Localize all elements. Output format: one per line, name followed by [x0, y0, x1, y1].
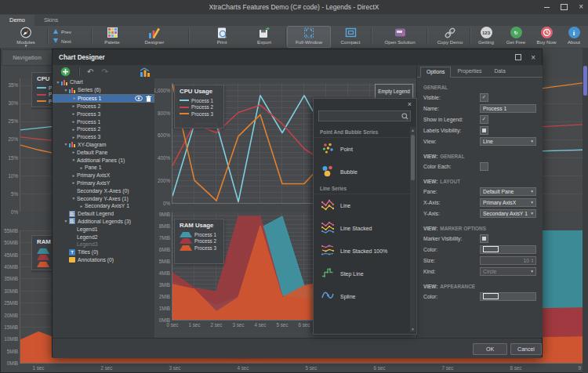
tree-item[interactable]: ▸Secondary AxisY 1 [53, 202, 154, 210]
tree-item[interactable]: ▾Additional Legends (3) [53, 218, 154, 226]
series-type-item[interactable]: Line Stacked 100% [314, 240, 412, 263]
tree-item[interactable]: ▸Process 1 [53, 118, 154, 125]
chevron-right-icon[interactable]: ▸ [71, 96, 78, 100]
tree-item[interactable]: ▸Process 3 [53, 133, 154, 141]
tree-item[interactable]: ▾Additional Panes (1) [53, 156, 154, 164]
tree-item[interactable]: ▸Process 2 [53, 103, 154, 110]
undo-button[interactable]: ↶ [87, 68, 93, 76]
color-picker[interactable] [480, 292, 536, 301]
dropdown[interactable]: Default Pane▾ [480, 187, 536, 196]
chevron-right-icon[interactable]: ▸ [71, 111, 77, 116]
text-input[interactable]: Process 1 [480, 104, 536, 113]
chevron-right-icon[interactable]: ▸ [71, 150, 77, 154]
chevron-right-icon[interactable]: ▸ [71, 173, 77, 178]
about-button[interactable]: i About [561, 27, 586, 47]
tree-item[interactable]: ▸Process 2 [53, 125, 154, 133]
get-free-button[interactable]: ↻ Get Free [501, 27, 531, 47]
chevron-right-icon[interactable]: ▸ [71, 135, 77, 139]
series-type-item[interactable]: Line Stacked [314, 217, 412, 240]
checkbox[interactable] [480, 234, 488, 243]
visibility-eye-icon[interactable] [135, 96, 143, 101]
palette-button[interactable]: Palette [94, 27, 130, 47]
close-icon[interactable]: × [579, 3, 583, 11]
series-type-item[interactable]: Spline [314, 285, 412, 308]
add-item-button[interactable] [60, 67, 71, 77]
chevron-right-icon[interactable]: ▸ [71, 119, 77, 124]
tree-item[interactable]: ▸Primary AxisY [53, 179, 154, 187]
chevron-down-icon[interactable]: ▾ [63, 142, 69, 147]
dialog-titlebar[interactable]: Chart Designer × [53, 49, 542, 65]
tree-item[interactable]: ▾Secondary Y-Axes (1) [53, 194, 154, 202]
minimize-icon[interactable] [544, 7, 550, 8]
scroll-down-icon[interactable]: ▼ [410, 327, 416, 331]
prev-button[interactable]: Prev [50, 27, 89, 35]
open-solution-button[interactable]: Open Solution [375, 27, 425, 47]
tree-item[interactable]: ▸Pane 1 [53, 164, 154, 172]
chevron-down-icon[interactable]: ▾ [71, 196, 77, 201]
next-button[interactable]: Next [50, 37, 89, 45]
chevron-right-icon[interactable]: ▸ [78, 204, 85, 208]
popup-scrollbar[interactable]: ▲ ▼ [410, 127, 416, 332]
series-type-item[interactable]: Bubble [314, 161, 412, 183]
page-scrollbar[interactable] [583, 48, 588, 373]
full-window-button[interactable]: Full-Window [287, 26, 331, 48]
tab-demo[interactable]: Demo [0, 15, 34, 26]
ok-button[interactable]: OK [473, 343, 507, 355]
tree-item[interactable]: ▸Default Pane [53, 148, 154, 156]
redo-button[interactable]: ↷ [101, 68, 107, 76]
dropdown[interactable]: Line▾ [480, 137, 536, 146]
tree-item[interactable]: Default Legend [53, 210, 154, 218]
popup-close-icon[interactable]: × [408, 100, 412, 108]
dropdown[interactable]: Primary AxisX▾ [480, 198, 536, 207]
modules-button[interactable]: Modules ▾ [6, 27, 45, 47]
page-scrollbar-thumb[interactable] [583, 66, 587, 96]
chevron-down-icon[interactable]: ▾ [55, 80, 61, 85]
series-type-item[interactable]: Step Line [314, 263, 412, 285]
series-type-item[interactable]: Line [314, 194, 412, 217]
tree-item[interactable]: ▸Process 1 [53, 94, 154, 103]
chevron-down-icon[interactable]: ▾ [63, 219, 69, 223]
tree-item[interactable]: Legend1 [53, 225, 154, 233]
chevron-right-icon[interactable]: ▸ [71, 180, 77, 185]
checkbox[interactable]: ✓ [480, 93, 488, 102]
color-picker[interactable] [480, 245, 536, 254]
tree-item[interactable]: Legend3 [53, 241, 154, 248]
tree-item[interactable]: ▸Primary AxisX [53, 172, 154, 179]
tree-item[interactable]: ▾Chart [53, 78, 154, 86]
search-input[interactable] [319, 114, 401, 119]
tab-skins[interactable]: Skins [34, 15, 67, 26]
tree-item[interactable]: Legend2 [53, 233, 154, 241]
chevron-right-icon[interactable]: ▸ [78, 165, 85, 170]
tab-properties[interactable]: Properties [451, 66, 488, 77]
tree-item[interactable]: TTitles (0) [53, 248, 154, 256]
maximize-icon[interactable] [561, 4, 568, 10]
export-button[interactable]: Export [245, 27, 284, 47]
navigation-panel-header[interactable]: Navigation [2, 49, 53, 66]
tab-options[interactable]: Options [420, 67, 451, 78]
tab-data[interactable]: Data [488, 66, 511, 77]
copy-demo-button[interactable]: Copy Demo [428, 27, 472, 47]
tree-item[interactable]: ▸Process 3 [53, 110, 154, 118]
chevron-right-icon[interactable]: ▸ [71, 127, 77, 132]
popup-scrollbar-thumb[interactable] [411, 135, 415, 180]
tree-item[interactable]: Annotations (0) [53, 256, 154, 264]
tree-item[interactable]: ▾XY-Diagram [53, 141, 154, 149]
compact-button[interactable]: Compact [332, 27, 368, 47]
tree-item[interactable]: ▾Series (6) [53, 86, 154, 94]
cancel-button[interactable]: Cancel [510, 343, 542, 355]
delete-trash-icon[interactable] [146, 96, 151, 102]
buy-now-button[interactable]: Buy Now [532, 27, 561, 47]
empty-legend-button[interactable]: Empty Legend [375, 84, 413, 99]
ram-usage-legend[interactable]: RAM UsageProcess 1Process 2Process 3 [174, 219, 224, 264]
designer-button[interactable]: Designer [133, 27, 176, 47]
dialog-close-icon[interactable]: × [531, 53, 535, 62]
checkbox[interactable]: ✓ [480, 115, 488, 124]
dropdown[interactable]: Secondary AxisY 1▾ [480, 209, 536, 218]
series-type-item[interactable]: Point [314, 138, 412, 161]
scroll-up-icon[interactable]: ▲ [410, 128, 416, 132]
chevron-right-icon[interactable]: ▸ [71, 103, 77, 108]
getting-started-button[interactable]: 123 Getting [472, 27, 500, 47]
checkbox[interactable] [480, 162, 488, 171]
print-button[interactable]: Print [202, 27, 241, 47]
tree-item[interactable]: Secondary X-Axes (0) [53, 186, 154, 194]
